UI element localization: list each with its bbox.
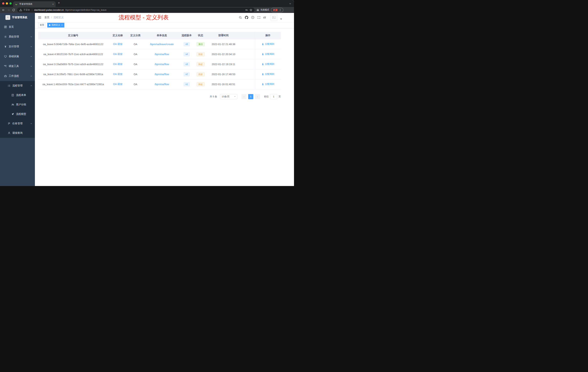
zoom-window-button[interactable] xyxy=(10,2,12,5)
sidebar-item-task-management[interactable]: 任务管理 xyxy=(0,119,35,128)
prev-page-button[interactable]: ‹ xyxy=(242,94,247,99)
form-info-link[interactable]: /bpm/oa/flow xyxy=(155,73,169,76)
sidebar-item-workflow[interactable]: 工作流程 xyxy=(0,71,35,81)
tag-close-icon[interactable]: × xyxy=(61,24,63,26)
gear-icon xyxy=(4,35,7,38)
user-icon xyxy=(262,73,264,75)
github-icon[interactable] xyxy=(245,16,248,19)
breadcrumb: 首页 / 流程定义 xyxy=(44,16,64,19)
assign-rule-link[interactable]: 分配规则 xyxy=(262,82,274,86)
dashboard-icon xyxy=(4,25,7,28)
sidebar-item-leave-query[interactable]: 请假查询 xyxy=(0,128,35,138)
browser-update-button[interactable]: 更新 xyxy=(271,8,284,12)
form-info-link[interactable]: /bpm/oa/leave/create xyxy=(150,43,174,46)
font-size-icon[interactable]: tT xyxy=(263,16,266,19)
definition-category: OA xyxy=(127,79,144,89)
deploy-time: 2022-01-16 01:40:51 xyxy=(208,79,239,89)
assign-rule-link[interactable]: 分配规则 xyxy=(262,62,274,66)
main-area: 首页 / 流程定义 流程模型 - 定义列表 ? xyxy=(35,13,294,186)
sidebar-toggle-icon[interactable] xyxy=(38,16,42,19)
col-definition-id: 定义编号 xyxy=(38,32,108,39)
bookmark-star-icon[interactable] xyxy=(250,9,252,11)
sidebar-item-user-group[interactable]: 用户分组 xyxy=(0,100,35,109)
tab-search-icon[interactable] xyxy=(289,2,292,5)
form-info-link[interactable]: /bpm/oa/flow xyxy=(155,83,169,86)
breadcrumb-home[interactable]: 首页 xyxy=(44,16,50,19)
definition-id: oa_leave:1:482ec033-762a-11ec-8477-a2380… xyxy=(38,79,108,89)
chevron-down-icon xyxy=(30,65,32,67)
flag-icon xyxy=(8,122,10,125)
definition-category: OA xyxy=(127,69,144,79)
password-key-icon[interactable] xyxy=(245,9,248,11)
sidebar-item-system[interactable]: 系统管理 xyxy=(0,32,35,42)
sidebar-item-infrastructure[interactable]: 基础设施 xyxy=(0,52,35,61)
tag-home[interactable]: 首页 xyxy=(38,23,46,27)
form-info-link[interactable]: /bpm/oa/flow xyxy=(155,53,169,56)
col-definition-name: 定义名称 xyxy=(108,32,127,39)
security-label: 不安全 xyxy=(23,8,30,11)
col-spacer xyxy=(239,32,255,39)
version-badge: v2 xyxy=(184,72,190,76)
new-tab-button[interactable]: + xyxy=(58,1,60,5)
user-icon xyxy=(262,63,264,65)
tag-process-definition[interactable]: 流程定义 × xyxy=(47,23,64,27)
goto-label: 前往 xyxy=(264,95,269,98)
url-path: /bpm/manager/definition?key=oa_leave xyxy=(65,9,244,11)
tag-label: 首页 xyxy=(40,23,44,27)
update-label: 更新 xyxy=(273,8,278,12)
sidebar-item-label: 工作流程 xyxy=(9,75,19,78)
main-header: 首页 / 流程定义 流程模型 - 定义列表 ? xyxy=(35,13,294,22)
tag-label: 流程定义 xyxy=(52,23,60,27)
assign-rule-link[interactable]: 分配规则 xyxy=(262,52,274,56)
sidebar-item-label: 任务管理 xyxy=(12,122,22,125)
sidebar-item-dev-tools[interactable]: 研发工具 xyxy=(0,61,35,71)
col-actions: 操作 xyxy=(255,32,281,39)
page-number-button[interactable]: 1 xyxy=(248,94,253,99)
search-icon[interactable] xyxy=(239,16,242,19)
definition-name-link[interactable]: OA 请假 xyxy=(113,63,122,66)
send-icon xyxy=(11,113,14,116)
sidebar-item-process-form[interactable]: 流程表单 xyxy=(0,90,35,100)
browser-tab[interactable]: 芋道管理系统 × xyxy=(13,1,56,7)
form-info-link[interactable]: /bpm/oa/flow xyxy=(155,63,169,66)
goto-page-input[interactable] xyxy=(270,94,277,99)
definition-name-link[interactable]: OA 请假 xyxy=(113,53,122,55)
tab-close-icon[interactable]: × xyxy=(52,3,54,5)
content-area: 定义编号 定义名称 定义分类 表单信息 流程版本 状态 部署时间 操作 xyxy=(35,28,294,186)
user-avatar[interactable] xyxy=(270,14,277,21)
help-icon[interactable]: ? xyxy=(251,16,254,19)
definition-name-link[interactable]: OA 请假 xyxy=(113,83,122,86)
address-bar[interactable]: 不安全 dashboard.yudao.iocoder.cn /bpm/mana… xyxy=(17,8,254,12)
back-icon[interactable] xyxy=(2,8,5,12)
incognito-label: 无痕模式 xyxy=(260,8,269,11)
sidebar-item-home[interactable]: 首页 xyxy=(0,22,35,32)
sidebar-item-process-management[interactable]: 流程管理 xyxy=(0,81,35,90)
next-page-button[interactable]: › xyxy=(255,94,260,99)
version-badge: v5 xyxy=(184,42,190,46)
forward-icon[interactable] xyxy=(7,8,10,12)
sidebar-item-payment[interactable]: ¥ 支付管理 xyxy=(0,42,35,52)
sidebar-item-process-model[interactable]: 流程模型 xyxy=(0,109,35,119)
users-icon xyxy=(11,103,14,106)
close-window-button[interactable] xyxy=(2,2,4,5)
reload-icon[interactable] xyxy=(12,8,15,12)
definition-name-link[interactable]: OA 请假 xyxy=(113,43,122,45)
definition-name-link[interactable]: OA 请假 xyxy=(113,73,122,76)
minimize-window-button[interactable] xyxy=(6,2,8,5)
avatar-caret-icon[interactable] xyxy=(280,19,282,20)
chevron-up-icon xyxy=(30,75,32,77)
document-icon xyxy=(11,94,14,97)
browser-menu-icon[interactable] xyxy=(279,9,282,11)
favicon-icon xyxy=(15,3,18,6)
definition-category: OA xyxy=(127,49,144,59)
chevron-down-icon xyxy=(30,36,32,38)
incognito-badge: 无痕模式 xyxy=(256,8,269,11)
sidebar-item-label: 基础设施 xyxy=(9,55,19,58)
assign-rule-link[interactable]: 分配规则 xyxy=(262,42,274,46)
goto-unit: 页 xyxy=(279,95,281,98)
sidebar-item-label: 研发工具 xyxy=(9,65,19,68)
status-badge: 挂起 xyxy=(197,62,205,66)
fullscreen-icon[interactable] xyxy=(257,16,261,19)
page-size-select[interactable]: 10条/页 xyxy=(220,94,237,99)
assign-rule-link[interactable]: 分配规则 xyxy=(262,72,274,76)
